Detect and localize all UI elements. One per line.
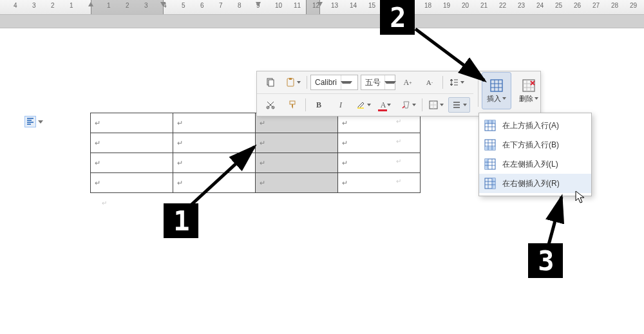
- ruler-tick: 11: [294, 2, 301, 9]
- paragraph-icon: [24, 116, 36, 127]
- font-size-select[interactable]: 五号: [361, 75, 395, 90]
- table-cell[interactable]: ↵: [338, 153, 421, 173]
- borders-button[interactable]: [425, 97, 447, 113]
- svg-line-21: [549, 197, 562, 245]
- delete-label: 删除: [519, 94, 533, 104]
- copy-button[interactable]: [260, 75, 281, 90]
- svg-rect-12: [485, 120, 495, 124]
- ruler-divider: [0, 14, 644, 28]
- insert-dropdown-menu: 在上方插入行(A)在下方插入行(B)在左侧插入列(L)在右侧插入列(R): [478, 113, 592, 196]
- bold-button[interactable]: B: [308, 97, 329, 113]
- ruler-tick: 14: [350, 2, 357, 9]
- svg-rect-10: [523, 80, 535, 91]
- indent-marker-icon[interactable]: [88, 1, 94, 8]
- ruler-tick: 6: [200, 2, 204, 9]
- indent-marker-icon[interactable]: [255, 1, 261, 8]
- ruler-tick: 1: [70, 2, 73, 9]
- ruler-tick: 3: [32, 2, 36, 9]
- table-position-icon: [484, 139, 496, 151]
- annotation-arrow-2: [412, 26, 496, 90]
- ruler-tick: 29: [630, 2, 637, 9]
- ruler-tick: 28: [611, 2, 618, 9]
- menu-item-insert-0[interactable]: 在上方插入行(A): [479, 116, 591, 135]
- ruler-tick: 2: [51, 2, 55, 9]
- floating-toolbar: Calibri 五号 A+ A- B I A: [256, 71, 541, 116]
- menu-item-insert-2[interactable]: 在左侧插入列(L): [479, 154, 591, 174]
- ruler-tick: 24: [536, 2, 544, 9]
- svg-line-19: [415, 29, 484, 80]
- ruler-tick: 22: [499, 2, 506, 9]
- ruler-tick: 19: [443, 2, 450, 9]
- row-end-mark: ↵: [396, 158, 401, 165]
- table-position-icon: [484, 178, 496, 189]
- table-cell[interactable]: ↵: [91, 153, 173, 173]
- format-painter-button[interactable]: [282, 97, 303, 113]
- delete-menu-button[interactable]: 删除: [514, 72, 544, 109]
- ruler-tick: 23: [518, 2, 525, 9]
- ruler-tick: 18: [424, 2, 431, 9]
- ruler-tick: 13: [331, 2, 338, 9]
- table-position-icon: [484, 158, 496, 170]
- annotation-arrow-3: [542, 193, 574, 251]
- table-cell[interactable]: ↵: [256, 153, 338, 173]
- ruler-tick: 27: [592, 2, 600, 9]
- font-color-button[interactable]: A: [375, 97, 396, 113]
- ruler-selection: [91, 0, 164, 14]
- highlight-button[interactable]: [352, 97, 374, 113]
- indent-marker-icon[interactable]: [160, 1, 166, 8]
- annotation-marker-2: 2: [380, 0, 415, 35]
- table-cell[interactable]: ↵: [256, 133, 338, 153]
- clear-format-button[interactable]: [397, 97, 419, 113]
- svg-rect-6: [290, 101, 295, 104]
- menu-item-label: 在右侧插入列(R): [502, 178, 560, 189]
- ruler-tick: 10: [275, 2, 282, 9]
- ruler-tick: 7: [219, 2, 223, 9]
- menu-item-insert-1[interactable]: 在下方插入行(B): [479, 135, 591, 154]
- table-cell[interactable]: ↵: [256, 173, 338, 193]
- italic-button[interactable]: I: [330, 97, 351, 113]
- mouse-cursor-icon: [575, 190, 587, 203]
- svg-rect-1: [269, 80, 274, 86]
- paragraph-style-badge[interactable]: [24, 116, 43, 127]
- table-delete-icon: [522, 79, 536, 93]
- font-name-select[interactable]: Calibri: [310, 75, 358, 90]
- horizontal-ruler[interactable]: 4321123456789101112131415161718192021222…: [0, 0, 644, 15]
- ruler-tick: 4: [14, 2, 17, 9]
- row-end-mark: ↵: [396, 118, 401, 125]
- svg-rect-16: [485, 159, 488, 169]
- ruler-tick: 26: [574, 2, 581, 9]
- menu-item-insert-3[interactable]: 在右侧插入列(R): [479, 174, 591, 193]
- row-end-mark: ↵: [396, 178, 401, 185]
- table-cell[interactable]: ↵: [173, 113, 256, 133]
- table-cell[interactable]: ↵: [338, 173, 421, 193]
- ruler-tick: 25: [555, 2, 562, 9]
- table-cell[interactable]: ↵: [91, 113, 173, 133]
- svg-rect-7: [357, 107, 364, 109]
- align-button[interactable]: [448, 97, 470, 113]
- ruler-tick: 21: [480, 2, 488, 9]
- row-end-mark: ↵: [396, 138, 401, 145]
- svg-line-20: [190, 147, 254, 206]
- svg-rect-18: [492, 178, 495, 189]
- svg-rect-3: [289, 78, 292, 80]
- ruler-tick: 20: [462, 2, 469, 9]
- menu-item-label: 在上方插入行(A): [502, 120, 559, 131]
- table-position-icon: [484, 120, 496, 131]
- annotation-arrow-1: [187, 142, 264, 212]
- ruler-tick: 8: [238, 2, 242, 9]
- cut-button[interactable]: [260, 97, 281, 113]
- ruler-tick: 5: [182, 2, 185, 9]
- chevron-down-icon: [38, 120, 43, 124]
- indent-marker-icon[interactable]: [317, 1, 323, 8]
- paragraph-mark: ↵: [102, 199, 107, 207]
- paste-button[interactable]: [282, 75, 304, 90]
- menu-item-label: 在左侧插入列(L): [502, 159, 558, 170]
- menu-item-label: 在下方插入行(B): [502, 140, 559, 151]
- insert-label: 插入: [487, 94, 501, 104]
- table-cell[interactable]: ↵: [91, 173, 173, 193]
- table-cell[interactable]: ↵: [338, 133, 421, 153]
- svg-rect-14: [485, 147, 495, 150]
- ruler-tick: 15: [368, 2, 375, 9]
- table-cell[interactable]: ↵: [91, 133, 173, 153]
